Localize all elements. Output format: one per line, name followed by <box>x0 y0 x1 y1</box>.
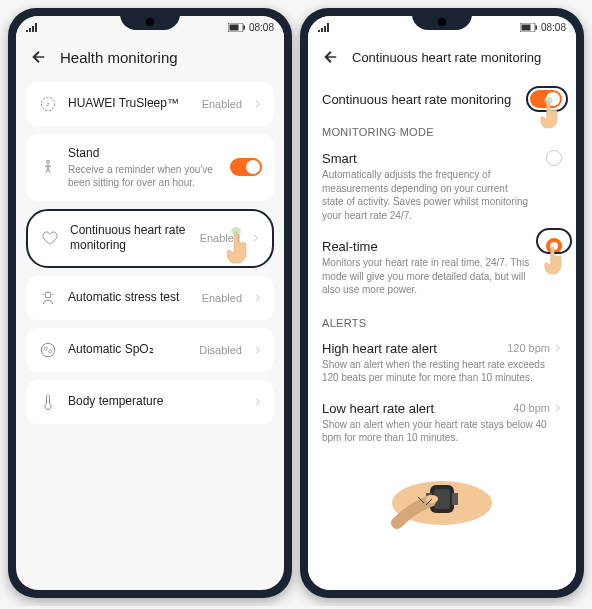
screen-right: 08:08 Continuous heart rate monitoring C… <box>308 16 576 590</box>
radio-realtime[interactable] <box>546 238 562 254</box>
item-spo2[interactable]: Automatic SpO₂ Disabled <box>26 328 274 372</box>
main-toggle-row: Continuous heart rate monitoring <box>322 82 562 116</box>
mode-realtime[interactable]: Real-time Monitors your heart rate in re… <box>322 232 562 307</box>
mode-title: Smart <box>322 151 357 166</box>
thermometer-icon <box>38 392 58 412</box>
item-status: Enabled <box>202 292 242 304</box>
svg-point-8 <box>41 343 55 357</box>
chevron-right-icon <box>554 404 562 412</box>
section-alerts: ALERTS <box>322 307 562 335</box>
alert-low[interactable]: Low heart rate alert 40 bpm Show an aler… <box>322 395 562 455</box>
svg-text:z: z <box>47 101 50 107</box>
item-status: Disabled <box>199 344 242 356</box>
battery-icon <box>228 23 246 32</box>
content: z HUAWEI TruSleep™ Enabled Stand Receive… <box>16 76 284 438</box>
back-icon[interactable] <box>30 48 48 66</box>
signal-icon <box>26 22 38 32</box>
stress-icon <box>38 288 58 308</box>
alert-desc: Show an alert when your heart rate stays… <box>322 418 562 445</box>
status-time: 08:08 <box>249 22 274 33</box>
alert-value: 40 bpm <box>513 402 550 414</box>
battery-icon <box>520 23 538 32</box>
radio-smart[interactable] <box>546 150 562 166</box>
item-title: HUAWEI TruSleep™ <box>68 96 192 112</box>
status-bar: 08:08 <box>16 16 284 38</box>
header: Continuous heart rate monitoring <box>308 38 576 76</box>
svg-rect-19 <box>452 493 458 505</box>
mode-smart[interactable]: Smart Automatically adjusts the frequenc… <box>322 144 562 232</box>
item-title: Continuous heart rate monitoring <box>70 223 190 254</box>
chevron-right-icon <box>254 294 262 302</box>
screen-left: 08:08 Health monitoring z HUAWEI TruSlee… <box>16 16 284 590</box>
item-heart-rate[interactable]: Continuous heart rate monitoring Enabled <box>26 209 274 268</box>
mode-title: Real-time <box>322 239 378 254</box>
item-stand[interactable]: Stand Receive a reminder when you've bee… <box>26 134 274 201</box>
section-monitoring-mode: MONITORING MODE <box>322 116 562 144</box>
item-temperature[interactable]: Body temperature <box>26 380 274 424</box>
mode-desc: Monitors your heart rate in real time, 2… <box>322 256 562 297</box>
chevron-right-icon <box>554 344 562 352</box>
status-bar: 08:08 <box>308 16 576 38</box>
svg-rect-1 <box>229 24 238 30</box>
back-icon[interactable] <box>322 48 340 66</box>
svg-point-7 <box>45 292 51 298</box>
heart-icon <box>40 228 60 248</box>
phone-left: 08:08 Health monitoring z HUAWEI TruSlee… <box>8 8 292 598</box>
item-title: Stand <box>68 146 220 162</box>
main-toggle[interactable] <box>530 90 562 108</box>
chevron-right-icon <box>254 398 262 406</box>
phone-right: 08:08 Continuous heart rate monitoring C… <box>300 8 584 598</box>
item-title: Automatic stress test <box>68 290 192 306</box>
content: Continuous heart rate monitoring MONITOR… <box>308 76 576 590</box>
toggle-label: Continuous heart rate monitoring <box>322 92 511 107</box>
sleep-icon: z <box>38 94 58 114</box>
chevron-right-icon <box>254 346 262 354</box>
page-title: Health monitoring <box>60 49 178 66</box>
svg-rect-2 <box>243 25 245 29</box>
item-sub: Receive a reminder when you've been sitt… <box>68 163 220 189</box>
stand-toggle[interactable] <box>230 158 262 176</box>
item-status: Enabled <box>200 232 240 244</box>
chevron-right-icon <box>252 234 260 242</box>
svg-rect-13 <box>535 25 537 29</box>
alert-desc: Show an alert when the resting heart rat… <box>322 358 562 385</box>
stand-icon <box>38 157 58 177</box>
item-title: Body temperature <box>68 394 244 410</box>
item-status: Enabled <box>202 98 242 110</box>
alert-title: Low heart rate alert <box>322 401 434 416</box>
chevron-right-icon <box>254 100 262 108</box>
alert-high[interactable]: High heart rate alert 120 bpm Show an al… <box>322 335 562 395</box>
page-title: Continuous heart rate monitoring <box>352 50 541 65</box>
signal-icon <box>318 22 330 32</box>
item-stress[interactable]: Automatic stress test Enabled <box>26 276 274 320</box>
svg-rect-12 <box>521 24 530 30</box>
svg-point-10 <box>49 350 52 353</box>
svg-point-5 <box>47 161 50 164</box>
svg-point-9 <box>44 347 47 350</box>
alert-title: High heart rate alert <box>322 341 437 356</box>
item-trusleep[interactable]: z HUAWEI TruSleep™ Enabled <box>26 82 274 126</box>
wrist-illustration <box>322 455 562 541</box>
header: Health monitoring <box>16 38 284 76</box>
mode-desc: Automatically adjusts the frequency of m… <box>322 168 562 222</box>
status-time: 08:08 <box>541 22 566 33</box>
item-title: Automatic SpO₂ <box>68 342 189 358</box>
alert-value: 120 bpm <box>507 342 550 354</box>
spo2-icon <box>38 340 58 360</box>
